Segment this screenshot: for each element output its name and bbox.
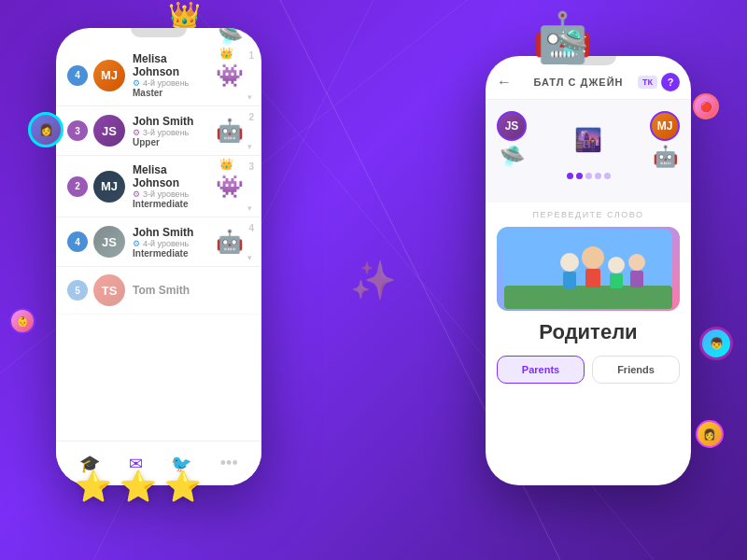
chevron-down-icon[interactable]: ▾: [247, 203, 252, 213]
avatar: JS: [93, 115, 125, 147]
user-level: ⚙ 3-й уровень: [133, 128, 209, 137]
list-item: 2 MJ Melisa Johnson ⚙ 3-й уровень Interm…: [56, 156, 261, 217]
translate-section: ПЕРЕВЕДИТЕ СЛОВО: [486, 203, 691, 391]
center-decoration: ✨: [350, 259, 397, 302]
star-1: ⭐: [75, 469, 112, 504]
user-info: Tom Smith: [133, 284, 250, 297]
level-name: Upper: [133, 137, 209, 147]
svg-rect-7: [563, 272, 576, 288]
monster-image: 🤖: [209, 114, 250, 147]
nav-more-icon[interactable]: •••: [220, 454, 238, 473]
progress-dots: [567, 173, 611, 179]
svg-point-6: [560, 253, 579, 272]
player1-monster: 🛸: [500, 145, 525, 169]
svg-rect-9: [585, 269, 600, 287]
position-number: 2: [248, 112, 254, 122]
avatar: MJ: [93, 171, 125, 203]
svg-rect-13: [630, 271, 643, 287]
player2-avatar: MJ: [650, 111, 680, 141]
leaderboard-phone: 🛸 4 MJ Melisa Johnson ⚙ 4-й уровень Mast…: [56, 28, 261, 485]
rank-badge: 5: [67, 280, 88, 301]
dot-4: [595, 173, 601, 179]
svg-point-8: [582, 246, 604, 269]
player2-monster: 🤖: [653, 145, 678, 169]
player1-avatar: JS: [497, 111, 527, 141]
crown-icon: 👑: [219, 47, 233, 60]
svg-rect-5: [504, 286, 672, 309]
battle-phone: ← БАТЛ С ДЖЕЙН ТК ? JS 🛸 🌆 MJ 🤖 ПЕР: [486, 56, 691, 485]
position-number: 3: [248, 161, 254, 172]
rank-badge: 4: [67, 231, 88, 252]
avatar: JS: [93, 226, 125, 258]
dot-5: [604, 173, 611, 179]
translate-word: Родители: [497, 320, 680, 344]
monster-image: 👾: [209, 59, 250, 92]
star-2: ⭐: [120, 469, 157, 504]
list-item: 3 JS John Smith ⚙ 3-й уровень Upper 🤖 2 …: [56, 106, 261, 156]
level-name: Master: [133, 88, 209, 98]
user-level: ⚙ 3-й уровень: [133, 189, 209, 199]
position-number: 4: [248, 223, 254, 233]
floating-avatar-1: 👩: [28, 112, 63, 147]
svg-rect-11: [610, 273, 623, 288]
level-tag: ТК: [638, 76, 657, 89]
chevron-down-icon[interactable]: ▾: [247, 253, 252, 262]
back-button[interactable]: ←: [497, 74, 512, 91]
floating-avatar-4: 👦: [699, 327, 733, 360]
user-name: John Smith: [133, 115, 209, 128]
user-name: Melisa Johnson: [133, 163, 209, 189]
list-item: 5 TS Tom Smith: [56, 267, 261, 315]
user-info: John Smith ⚙ 3-й уровень Upper: [133, 115, 209, 147]
battle-monsters: JS 🛸 🌆 MJ 🤖: [497, 111, 680, 169]
dot-3: [585, 173, 592, 179]
svg-point-10: [608, 257, 625, 273]
battle-title: БАТЛ С ДЖЕЙН: [519, 77, 638, 88]
user-name: Melisa Johnson: [133, 52, 209, 78]
crown-icon: 👑: [219, 158, 233, 171]
monster-spaceship-left: 🛸: [218, 28, 243, 48]
rank-badge: 3: [67, 120, 88, 141]
chevron-down-icon[interactable]: ▾: [247, 92, 252, 102]
svg-point-12: [628, 254, 645, 271]
floating-avatar-3: 🔴: [693, 93, 719, 119]
battle-header: ← БАТЛ С ДЖЕЙН ТК ?: [486, 65, 691, 100]
level-name: Intermediate: [133, 199, 209, 209]
floating-avatar-5: 👩: [696, 420, 724, 448]
rank-badge: 2: [67, 176, 88, 197]
level-name: Intermediate: [133, 248, 209, 259]
user-info: Melisa Johnson ⚙ 3-й уровень Intermediat…: [133, 163, 209, 209]
trophy-decoration: 👑: [168, 0, 201, 31]
star-3: ⭐: [164, 469, 202, 504]
answer-parents[interactable]: Parents: [497, 356, 585, 384]
leaderboard-list: 4 MJ Melisa Johnson ⚙ 4-й уровень Master…: [56, 37, 261, 322]
translate-image: [497, 227, 680, 311]
position-number: 1: [248, 50, 254, 61]
user-name: John Smith: [133, 226, 209, 239]
answer-options: Parents Friends: [497, 356, 680, 384]
player-2: MJ 🤖: [650, 111, 680, 169]
list-item: 4 JS John Smith ⚙ 4-й уровень Intermedia…: [56, 217, 261, 267]
vs-spaceship: 🌆: [574, 127, 602, 153]
spaceship-decoration: 🛸: [556, 28, 588, 59]
stars-display: ⭐ ⭐ ⭐: [75, 469, 202, 504]
list-item: 4 MJ Melisa Johnson ⚙ 4-й уровень Master…: [56, 45, 261, 106]
user-info: Melisa Johnson ⚙ 4-й уровень Master: [133, 52, 209, 98]
user-level: ⚙ 4-й уровень: [133, 78, 209, 88]
dot-2: [576, 173, 583, 179]
answer-friends[interactable]: Friends: [592, 356, 680, 384]
user-info: John Smith ⚙ 4-й уровень Intermediate: [133, 226, 209, 259]
player-1: JS 🛸: [497, 111, 527, 169]
phone-notch: [131, 28, 187, 37]
floating-avatar-2: 👶: [9, 308, 35, 334]
avatar: MJ: [93, 60, 125, 91]
user-name: Tom Smith: [133, 284, 250, 297]
chevron-down-icon[interactable]: ▾: [247, 142, 252, 151]
avatar: TS: [93, 274, 125, 306]
help-button[interactable]: ?: [661, 73, 680, 91]
rank-badge: 4: [67, 65, 88, 86]
monster-image: 🤖: [209, 225, 250, 259]
battle-arena: JS 🛸 🌆 MJ 🤖: [486, 100, 691, 203]
translate-label: ПЕРЕВЕДИТЕ СЛОВО: [497, 210, 680, 219]
image-content: [497, 227, 680, 311]
monster-image: 👾: [209, 170, 250, 203]
